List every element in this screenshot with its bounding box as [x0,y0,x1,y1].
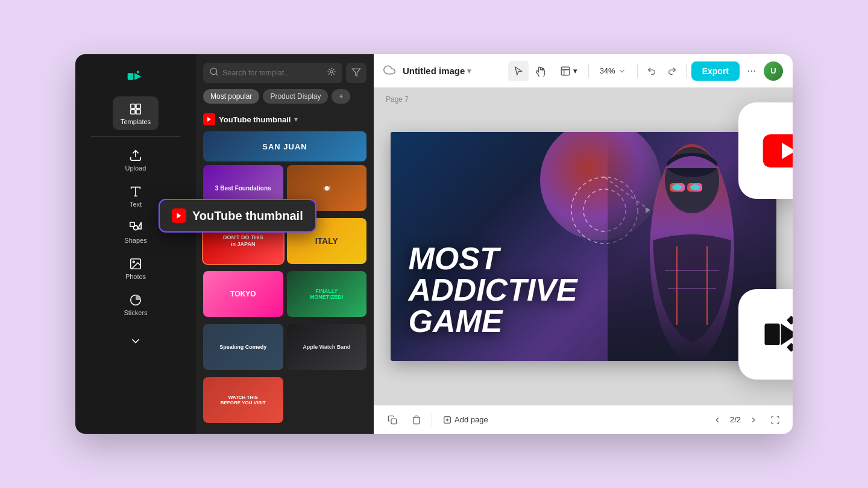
capcut-logo-icon [124,65,147,88]
doc-title[interactable]: Untitled image ▾ [403,66,471,76]
filter-icon [351,67,361,79]
page-label: Page 7 [386,95,409,104]
yt-dropdown-row[interactable]: YouTube thumbnail ▾ [196,110,374,131]
export-button[interactable]: Export [691,61,740,81]
svg-line-17 [216,74,218,75]
more-dots-icon: ··· [747,64,756,77]
next-page-button[interactable] [746,412,761,428]
sidebar-templates-label: Templates [121,118,151,125]
text-icon [129,185,142,198]
copy-icon [388,415,397,425]
chevron-down-icon [129,334,142,348]
canvas-area: Page 7 MOST [374,88,793,405]
template-card-watch-label: WATCH THISBEFORE YOU VISIT [203,377,283,423]
bottom-separator [432,414,432,426]
template-card-monetize-label: FINALLYMONETIZED! [287,271,367,317]
svg-point-18 [330,70,333,73]
copy-page-button[interactable] [383,411,401,429]
chevron-left-icon [713,416,722,424]
canvas-content[interactable]: MOST ADDICTIVE GAME [391,132,776,361]
topbar-tools: ▾ 34% Export ·· [508,61,783,81]
fullscreen-button[interactable] [767,412,783,428]
layout-button[interactable]: ▾ [554,62,583,80]
sidebar-item-photos[interactable]: Photos [113,251,159,285]
topbar-divider-3 [686,64,687,78]
prev-page-button[interactable] [709,412,725,428]
template-tags: Most popular Product Display + [196,89,374,110]
add-page-icon [443,416,451,424]
bottom-bar: Add page 2/2 [374,405,793,434]
template-panel: Most popular Product Display + YouTube t… [196,54,374,434]
sidebar-photos-label: Photos [125,273,146,280]
cloud-save-icon [383,64,395,78]
add-page-button[interactable]: Add page [438,413,493,427]
search-box[interactable] [203,63,342,83]
svg-point-16 [210,68,217,75]
user-avatar[interactable]: U [764,61,783,81]
pan-tool-button[interactable] [531,61,552,81]
sidebar-item-expand[interactable] [113,328,159,352]
tag-most-popular[interactable]: Most popular [203,89,259,104]
layout-label: ▾ [573,66,577,75]
template-card-apple[interactable]: Apple Watch Band [287,324,367,370]
app-window: Templates Upload Text [75,54,793,434]
template-card-monetize[interactable]: FINALLYMONETIZED! [287,271,367,317]
sidebar-item-upload[interactable]: Upload [113,143,159,177]
search-input[interactable] [222,69,323,77]
floating-youtube-icon [738,102,793,199]
page-counter: 2/2 [730,415,741,424]
undo-button[interactable] [643,62,661,80]
template-card-tokyo-label: TOKYO [203,271,283,317]
sidebar-divider [91,136,180,137]
more-options-button[interactable]: ··· [742,61,761,81]
topbar: Untitled image ▾ ▾ [374,54,793,88]
sidebar-stickers-label: Stickers [124,309,147,316]
tag-more[interactable]: + [332,89,350,104]
select-tool-button[interactable] [508,61,529,81]
stickers-icon [129,293,142,307]
sidebar-upload-label: Upload [125,164,146,172]
svg-marker-41 [781,324,793,345]
trash-icon [412,415,421,425]
doc-title-chevron: ▾ [467,67,471,75]
zoom-button[interactable]: 34% [594,63,632,79]
filter-button[interactable] [346,63,366,83]
tooltip-youtube-icon [172,208,186,223]
photos-icon [129,257,142,271]
youtube-thumbnail-tooltip: YouTube thumbnail [159,199,316,233]
template-card-tokyo[interactable]: TOKYO [203,271,283,317]
svg-rect-21 [561,67,570,75]
sidebar-item-templates[interactable]: Templates [113,96,159,130]
svg-rect-5 [131,110,135,114]
redo-button[interactable] [663,62,681,80]
delete-page-button[interactable] [407,411,426,429]
add-page-label: Add page [454,415,488,424]
svg-rect-3 [131,104,135,108]
sidebar: Templates Upload Text [75,54,196,434]
svg-marker-1 [134,73,141,80]
upload-icon [129,149,142,162]
youtube-small-icon [203,113,215,125]
templates-icon [129,102,142,116]
svg-rect-2 [136,70,139,74]
yt-dropdown-label: YouTube thumbnail [219,115,291,124]
topbar-divider-2 [637,64,638,78]
sidebar-text-label: Text [130,201,142,208]
template-card-speaking[interactable]: Speaking Comedy [203,324,283,370]
hand-icon [536,66,547,77]
redo-icon [667,66,677,76]
svg-rect-42 [787,316,793,325]
template-card-sanjuan[interactable]: SAN JUAN [203,131,366,161]
doc-title-text: Untitled image [403,66,465,76]
template-card-watch[interactable]: WATCH THISBEFORE YOU VISIT [203,377,283,423]
tag-product-display[interactable]: Product Display [263,89,328,104]
zoom-chevron-icon [618,67,626,75]
sidebar-item-shapes[interactable]: Shapes [113,215,159,249]
sidebar-item-text[interactable]: Text [113,179,159,213]
template-search-row [196,54,374,89]
sidebar-item-stickers[interactable]: Stickers [113,287,159,321]
capcut-app-svg [756,307,793,361]
svg-marker-20 [207,117,211,122]
svg-rect-40 [765,324,780,345]
svg-point-32 [690,184,700,190]
